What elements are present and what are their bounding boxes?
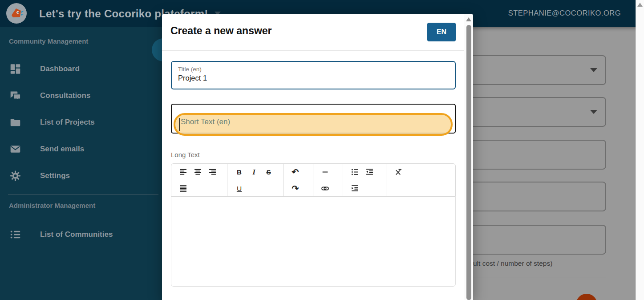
app-root: Let's try the Cocoriko plateform! STEPHA… (0, 0, 644, 300)
text-cursor (179, 118, 180, 131)
horizontal-rule-icon (321, 168, 329, 176)
section-label-community-management: Community Management (9, 37, 88, 45)
italic-icon: I (252, 169, 255, 176)
redo-button[interactable]: ↷ (288, 180, 303, 197)
outdent-icon (366, 168, 373, 176)
bold-button[interactable]: B (232, 164, 247, 180)
short-text-highlight: Short Text (en) (174, 113, 453, 136)
toolbar-group: BISU (227, 164, 284, 196)
toolbar-group: ↶↷ (284, 164, 313, 196)
unordered-list-button[interactable] (348, 164, 362, 180)
indent-button[interactable] (348, 180, 362, 197)
toolbar-group (386, 164, 455, 196)
folder-icon (10, 117, 21, 128)
clear-formatting-button[interactable] (391, 164, 405, 180)
undo-button[interactable]: ↶ (288, 164, 303, 180)
unordered-list-icon (351, 168, 359, 176)
gear-icon (10, 170, 21, 181)
modal-scrollbar[interactable] (464, 14, 473, 300)
dashboard-icon (10, 64, 21, 74)
sidebar-item-send-emails[interactable]: Send emails (0, 139, 162, 159)
link-button[interactable] (318, 180, 332, 197)
underline-button[interactable]: U (232, 180, 247, 197)
add-fab-button (576, 294, 597, 300)
link-icon (321, 185, 329, 192)
sidebar-item-list-of-projects[interactable]: List of Projects (0, 113, 162, 132)
sidebar-item-consultations[interactable]: Consultations (0, 86, 162, 105)
italic-button[interactable]: I (247, 164, 261, 180)
clear-formatting-icon (394, 168, 402, 176)
outdent-button[interactable] (362, 164, 377, 180)
toolbar-group (343, 164, 386, 196)
long-text-label: Long Text (171, 151, 200, 158)
align-right-button[interactable] (205, 164, 220, 180)
scroll-up-arrow-icon (466, 17, 471, 21)
align-center-icon (194, 168, 202, 176)
bullet-list-icon (10, 229, 21, 240)
align-left-button[interactable] (176, 164, 190, 180)
create-answer-modal: Create a new answer EN Title (en) Projec… (162, 14, 473, 300)
rooster-icon (6, 3, 27, 24)
toolbar-group (313, 164, 343, 196)
page-scrollbar[interactable] (636, 0, 644, 300)
sidebar-item-list-of-communities[interactable]: List of Communities (0, 225, 162, 244)
short-text-placeholder: Short Text (en) (181, 118, 230, 126)
section-label-administrator-management: Administrator Management (9, 202, 95, 209)
align-right-icon (209, 168, 216, 176)
title-input-value: Project 1 (178, 74, 455, 82)
chevron-down-icon (590, 68, 597, 72)
redo-icon: ↷ (292, 184, 299, 193)
strikethrough-icon: S (266, 169, 271, 175)
chevron-down-icon (590, 110, 597, 114)
cocoriko-logo[interactable] (6, 3, 27, 24)
align-justify-icon (179, 185, 187, 192)
modal-scrollbar-thumb[interactable] (466, 25, 471, 300)
title-input[interactable]: Title (en) Project 1 (171, 61, 456, 89)
toolbar-group (171, 164, 227, 196)
indent-icon (351, 185, 359, 192)
align-center-button[interactable] (190, 164, 205, 180)
modal-title: Create a new answer (170, 25, 272, 37)
align-left-icon (179, 168, 187, 176)
long-text-editor[interactable] (171, 197, 456, 287)
align-justify-button[interactable] (176, 180, 190, 197)
underline-icon: U (237, 185, 242, 192)
sidebar-divider (8, 195, 158, 195)
undo-icon: ↶ (292, 168, 299, 176)
user-email-menu[interactable]: STEPHANIE@COCORIKO.ORG (508, 9, 621, 17)
sidebar-item-dashboard[interactable]: Dashboard (0, 59, 162, 79)
title-input-label: Title (en) (178, 66, 455, 73)
language-en-button[interactable]: EN (427, 23, 456, 41)
scroll-up-arrow-icon (637, 3, 643, 7)
sidebar-item-settings[interactable]: Settings (0, 166, 162, 186)
background-hint-text: ult cost / number of steps) (473, 259, 552, 268)
bold-icon: B (237, 169, 242, 175)
chat-bubbles-icon (10, 90, 21, 101)
sidebar-nav: Community Management Dashboard Consultat… (0, 27, 162, 300)
modal-header-divider (162, 50, 464, 51)
editor-toolbar: BISU↶↷ (171, 163, 456, 197)
envelope-icon (10, 144, 21, 154)
strikethrough-button[interactable]: S (261, 164, 276, 180)
horizontal-rule-button[interactable] (318, 164, 332, 180)
